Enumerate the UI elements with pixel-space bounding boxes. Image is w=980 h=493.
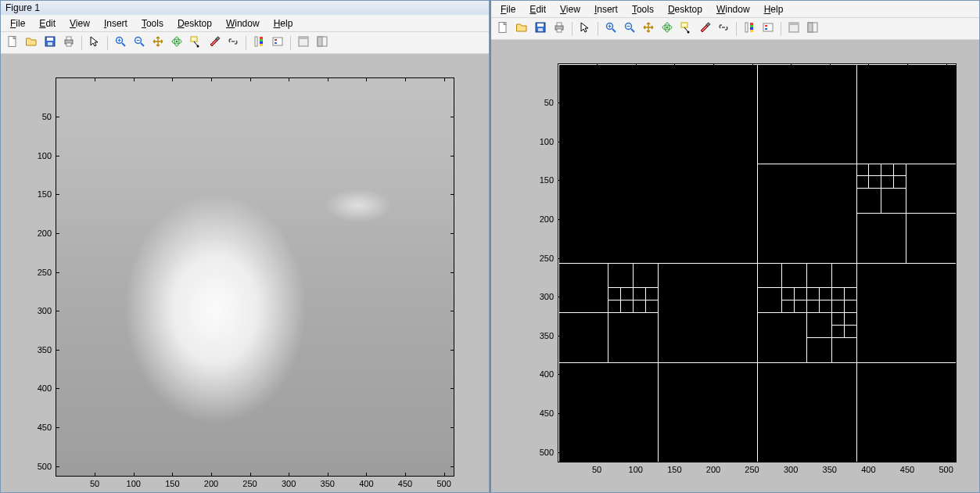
x-tick-label: 200: [204, 479, 218, 488]
svg-rect-122: [856, 263, 956, 362]
datacursor-button[interactable]: [187, 34, 204, 52]
svg-point-16: [176, 41, 178, 43]
save-button[interactable]: [41, 34, 59, 52]
open-button[interactable]: [513, 20, 530, 38]
menu-edit[interactable]: Edit: [33, 16, 62, 31]
menu-tools[interactable]: Tools: [135, 16, 170, 31]
menu-file[interactable]: File: [494, 2, 522, 16]
svg-rect-2: [47, 38, 53, 41]
pan-button[interactable]: [149, 34, 167, 52]
svg-rect-6: [66, 43, 71, 46]
save-icon: [44, 35, 56, 50]
rotate-button[interactable]: [168, 34, 185, 52]
zoomin-button[interactable]: [602, 20, 619, 38]
menu-edit[interactable]: Edit: [523, 2, 552, 16]
open-button[interactable]: [23, 34, 40, 52]
pointer-button[interactable]: [86, 34, 103, 52]
menu-window[interactable]: Window: [710, 2, 756, 16]
svg-rect-38: [557, 29, 562, 32]
menu-tools[interactable]: Tools: [626, 2, 660, 16]
menu-insert[interactable]: Insert: [98, 16, 134, 31]
menu-view[interactable]: View: [554, 2, 587, 16]
axes-quadtree[interactable]: 5010015020025030035040045050050100150200…: [558, 63, 957, 462]
menu-desktop[interactable]: Desktop: [662, 2, 709, 16]
zoom-out-icon: [623, 21, 636, 36]
svg-rect-110: [831, 288, 844, 300]
menu-window[interactable]: Window: [220, 16, 266, 31]
save-button[interactable]: [532, 20, 549, 38]
svg-rect-114: [757, 313, 807, 363]
svg-rect-51: [706, 23, 710, 27]
svg-line-8: [122, 43, 125, 46]
zoomin-button[interactable]: [112, 34, 129, 52]
svg-rect-74: [881, 176, 894, 189]
y-tick-label: 200: [540, 214, 554, 224]
svg-rect-101: [795, 288, 807, 300]
svg-rect-98: [782, 263, 807, 288]
zoomout-button[interactable]: [131, 34, 148, 52]
window-title: Figure 1: [5, 2, 40, 13]
titlebar[interactable]: Figure 1: [1, 1, 489, 15]
toolbar-separator: [598, 22, 598, 36]
colorbar-button[interactable]: [250, 34, 267, 52]
zoomout-button[interactable]: [621, 20, 638, 38]
svg-rect-68: [856, 164, 869, 176]
x-tick-label: 450: [900, 465, 914, 474]
data-cursor-icon: [680, 21, 692, 36]
menu-help[interactable]: Help: [267, 16, 300, 31]
axes-image[interactable]: 5010015020025030035040045050050100150200…: [56, 77, 454, 477]
link-button[interactable]: [715, 20, 732, 38]
svg-rect-34: [537, 23, 544, 27]
pan-button[interactable]: [640, 20, 657, 38]
svg-rect-118: [831, 325, 844, 337]
hidetools-button[interactable]: [295, 34, 312, 52]
colorbar-button[interactable]: [741, 20, 758, 38]
brush-button[interactable]: [206, 34, 223, 52]
toolbar-separator: [290, 36, 291, 50]
pointer-button[interactable]: [576, 20, 594, 38]
legend-button[interactable]: [759, 20, 777, 38]
print-button[interactable]: [60, 34, 77, 52]
svg-rect-88: [633, 288, 645, 300]
svg-rect-93: [608, 313, 659, 363]
svg-rect-54: [750, 25, 753, 27]
print-button[interactable]: [551, 20, 568, 38]
hide-tools-icon: [297, 35, 310, 50]
x-tick-label: 250: [745, 465, 759, 474]
new-button[interactable]: [4, 34, 21, 52]
svg-rect-57: [763, 23, 773, 31]
datacursor-button[interactable]: [677, 20, 695, 38]
new-file-icon: [497, 21, 509, 36]
brush-button[interactable]: [696, 20, 713, 38]
new-button[interactable]: [494, 20, 512, 38]
docked-button[interactable]: [314, 34, 331, 52]
svg-line-12: [141, 43, 144, 46]
figure-window-2: FileEditViewInsertToolsDesktopWindowHelp…: [490, 0, 980, 493]
menu-view[interactable]: View: [63, 16, 96, 31]
legend-button[interactable]: [269, 34, 286, 52]
svg-rect-76: [856, 189, 881, 214]
docked-button[interactable]: [804, 20, 821, 38]
rotate3d-icon: [661, 21, 673, 36]
svg-rect-108: [807, 300, 820, 313]
brush-icon: [208, 35, 221, 50]
menu-desktop[interactable]: Desktop: [171, 16, 218, 31]
menubar: FileEditViewInsertToolsDesktopWindowHelp: [1, 15, 489, 32]
svg-rect-75: [894, 176, 906, 189]
y-tick-label: 300: [540, 292, 554, 301]
link-button[interactable]: [224, 34, 242, 52]
menu-insert[interactable]: Insert: [588, 2, 624, 16]
rotate-button[interactable]: [659, 20, 676, 38]
legend-icon: [762, 21, 774, 36]
svg-rect-111: [844, 288, 856, 300]
svg-rect-124: [856, 362, 956, 462]
figure-canvas[interactable]: 5010015020025030035040045050050100150200…: [1, 54, 489, 492]
rotate3d-icon: [171, 35, 183, 50]
menu-file[interactable]: File: [4, 16, 31, 31]
svg-line-44: [631, 29, 634, 32]
svg-rect-92: [558, 313, 608, 363]
zoom-in-icon: [605, 21, 617, 36]
hidetools-button[interactable]: [785, 20, 802, 38]
menu-help[interactable]: Help: [758, 2, 790, 16]
figure-canvas[interactable]: 5010015020025030035040045050050100150200…: [491, 40, 979, 492]
